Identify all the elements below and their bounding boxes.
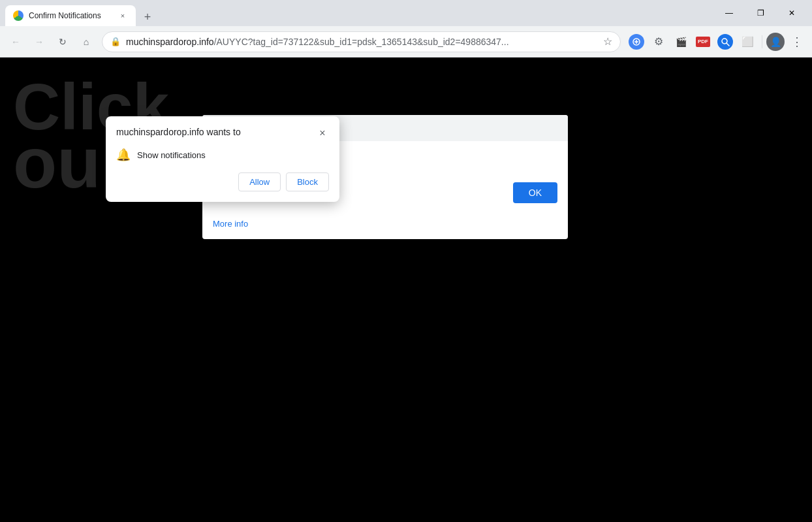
more-info-link[interactable]: More info — [202, 214, 258, 239]
new-tab-button[interactable]: + — [138, 8, 157, 26]
extension-icon-blue[interactable] — [626, 31, 647, 52]
url-bar[interactable]: 🔒 muchinspardorop.info/AUYYC?tag_id=7371… — [102, 31, 621, 52]
lock-icon: 🔒 — [110, 37, 121, 46]
tab-close-button[interactable]: × — [117, 10, 128, 21]
tab-favicon — [13, 10, 23, 21]
notification-permission-dialog: muchinspardorop.info wants to × 🔔 Show n… — [106, 116, 339, 202]
web-content: Click ou are not .info says OSE THIS PAG… — [0, 57, 812, 522]
cast-button[interactable]: ⬜ — [737, 31, 758, 52]
bell-icon: 🔔 — [116, 148, 131, 162]
forward-button[interactable]: → — [29, 31, 50, 52]
url-text: muchinspardorop.info/AUYYC?tag_id=737122… — [126, 37, 598, 47]
bookmark-icon[interactable]: ☆ — [603, 35, 612, 48]
menu-dots-icon: ⋮ — [791, 35, 802, 49]
pdf-button[interactable]: PDF — [693, 31, 713, 52]
profile-button[interactable]: 👤 — [766, 33, 785, 51]
favicon-globe-icon — [13, 10, 23, 21]
url-domain: muchinspardorop.info — [126, 37, 214, 47]
media-button[interactable]: 🎬 — [670, 31, 691, 52]
ok-button[interactable]: OK — [513, 182, 557, 203]
address-bar: ← → ↻ ⌂ 🔒 muchinspardorop.info/AUYYC?tag… — [0, 26, 812, 57]
toolbar-divider — [762, 35, 762, 48]
maximize-button[interactable]: ❐ — [745, 3, 775, 24]
notification-dialog-close-button[interactable]: × — [316, 127, 329, 140]
profile-avatar-icon: 👤 — [770, 37, 781, 47]
extensions-button[interactable]: ⚙ — [648, 31, 669, 52]
minimize-button[interactable]: — — [714, 3, 744, 24]
notification-dialog-title: muchinspardorop.info wants to — [116, 127, 241, 137]
lens-button[interactable] — [715, 31, 736, 52]
notification-dialog-actions: Allow Block — [116, 172, 329, 191]
notification-dialog-header: muchinspardorop.info wants to × — [116, 127, 329, 140]
chrome-window: Confirm Notifications × + — ❐ ✕ ← → ↻ ⌂ … — [0, 0, 812, 522]
url-path: /AUYYC?tag_id=737122&sub_id1=pdsk_136514… — [214, 37, 509, 47]
notification-permission-text: Show notifications — [137, 150, 206, 160]
svg-line-2 — [726, 43, 729, 46]
tab-title: Confirm Notifications — [29, 11, 112, 20]
block-button[interactable]: Block — [286, 172, 329, 191]
menu-button[interactable]: ⋮ — [786, 31, 807, 52]
window-controls: — ❐ ✕ — [714, 3, 807, 24]
reload-button[interactable]: ↻ — [52, 31, 73, 52]
allow-button[interactable]: Allow — [238, 172, 281, 191]
gear-icon: ⚙ — [654, 35, 663, 48]
lens-icon — [717, 34, 733, 50]
blue-extension-icon — [629, 34, 644, 50]
home-button[interactable]: ⌂ — [76, 31, 97, 52]
back-button[interactable]: ← — [5, 31, 26, 52]
toolbar-icons: ⚙ 🎬 PDF ⬜ — [626, 31, 807, 52]
title-bar: Confirm Notifications × + — ❐ ✕ — [0, 0, 812, 26]
active-tab[interactable]: Confirm Notifications × — [5, 5, 136, 26]
close-button[interactable]: ✕ — [777, 3, 807, 24]
cast-icon: ⬜ — [742, 36, 754, 48]
film-icon: 🎬 — [676, 37, 687, 47]
tab-strip: Confirm Notifications × + — [5, 0, 709, 26]
pdf-icon: PDF — [696, 37, 710, 47]
notification-permission-row: 🔔 Show notifications — [116, 148, 329, 162]
